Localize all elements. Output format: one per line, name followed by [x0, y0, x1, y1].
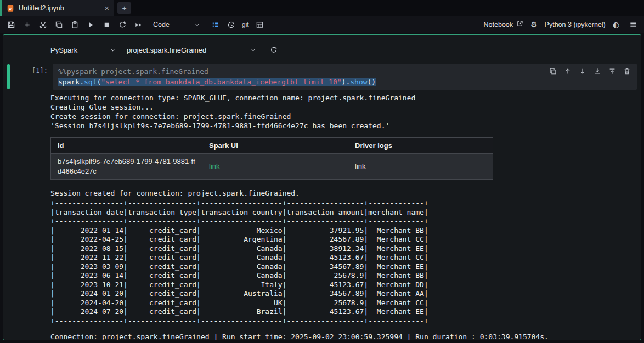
restart-run-all-icon[interactable] — [132, 18, 145, 31]
output-line: Executing for connection type: SPARK_GLU… — [50, 93, 632, 102]
session-info-table: Id Spark UI Driver logs b7s4ljslkplf9s-7… — [50, 137, 493, 180]
chevron-down-icon — [250, 47, 256, 53]
cell-type-dropdown[interactable]: Code — [153, 21, 200, 28]
cut-cell-icon[interactable] — [36, 18, 49, 31]
copy-cell-icon[interactable] — [52, 18, 65, 31]
cell-output: Executing for connection type: SPARK_GLU… — [50, 93, 632, 340]
run-cell-icon[interactable] — [84, 18, 97, 31]
session-created-line: Session created for connection: project.… — [50, 188, 632, 198]
cell-type-value: Code — [153, 21, 170, 28]
add-cell-icon[interactable] — [20, 18, 33, 31]
move-cell-down-icon[interactable] — [578, 66, 587, 76]
interrupt-kernel-icon[interactable] — [100, 18, 113, 31]
git-icon[interactable]: git — [240, 21, 251, 28]
execution-count: [1]: — [32, 64, 53, 90]
insert-cell-below-icon[interactable] — [592, 66, 602, 76]
duplicate-cell-icon[interactable] — [548, 66, 557, 76]
code-cell[interactable]: [1]: %%pyspark project.spark.fineGrained… — [3, 64, 641, 90]
move-cell-up-icon[interactable] — [563, 66, 572, 76]
column-header-id: Id — [51, 138, 202, 154]
session-table-row: b7s4ljslkplf9s-7e7eb689-1799-4781-9881-f… — [51, 154, 493, 180]
session-table-header-row: Id Spark UI Driver logs — [51, 138, 493, 154]
selection-highlight: spark.sql("select * from bankdata_db.ban… — [58, 78, 376, 86]
output-line: Creating Glue session... — [50, 102, 632, 112]
code-editor[interactable]: %%pyspark project.spark.fineGrained spar… — [53, 64, 637, 90]
jupyterlab-window: Untitled2.ipynb × + — [0, 0, 644, 343]
code-line-magic: %%pyspark project.spark.fineGrained — [58, 66, 631, 77]
new-tab-button[interactable]: + — [117, 2, 131, 14]
run-summary-line: Connection: project.spark.fineGrained | … — [50, 332, 632, 340]
tab-label: Untitled2.ipynb — [19, 4, 64, 12]
save-icon[interactable] — [4, 18, 18, 31]
chevron-down-icon — [194, 22, 200, 28]
output-line: Create session for connection: project.s… — [50, 112, 632, 121]
paste-cell-icon[interactable] — [68, 18, 81, 31]
external-link-icon — [516, 20, 523, 29]
spark-ui-link[interactable]: link — [209, 162, 220, 170]
open-notebook-button[interactable]: Notebook — [484, 20, 524, 29]
tab-untitled2-ipynb[interactable]: Untitled2.ipynb × — [0, 0, 114, 16]
history-icon[interactable] — [224, 18, 238, 31]
data-table-icon[interactable] — [253, 18, 267, 31]
menu-icon[interactable] — [626, 18, 640, 31]
gear-icon[interactable]: ⚙ — [530, 21, 538, 28]
notebook-toolbar: Code git Notebook ⚙ Python 3 (ipykernel)… — [0, 16, 644, 33]
notebook-file-icon — [7, 4, 14, 12]
connection-bar: PySpark project.spark.fineGrained — [50, 43, 641, 56]
dock-tab-bar: Untitled2.ipynb × + — [0, 0, 644, 16]
connection-dropdown[interactable]: project.spark.fineGrained — [127, 46, 256, 54]
driver-logs-link[interactable]: link — [355, 162, 366, 170]
table-of-contents-icon[interactable] — [208, 18, 222, 31]
session-id-value: b7s4ljslkplf9s-7e7eb689-1799-4781-9881-f… — [51, 154, 202, 180]
selected-cell-indicator — [7, 64, 10, 89]
restart-kernel-icon[interactable] — [116, 18, 129, 31]
kernel-status-icon: ◐ — [613, 21, 619, 28]
code-line-sql: spark.sql("select * from bankdata_db.ban… — [58, 77, 631, 87]
kernel-select[interactable]: Python 3 (ipykernel) — [545, 21, 606, 28]
column-header-driver-logs: Driver logs — [348, 138, 493, 154]
column-header-spark-ui: Spark UI — [202, 138, 348, 154]
language-dropdown[interactable]: PySpark — [50, 46, 116, 54]
insert-cell-above-icon[interactable] — [607, 66, 617, 76]
chevron-down-icon — [110, 47, 116, 53]
open-notebook-label: Notebook — [484, 21, 513, 28]
toolbar-right-group: Notebook ⚙ Python 3 (ipykernel) ◐ — [484, 18, 640, 31]
delete-cell-icon[interactable] — [622, 66, 631, 76]
result-ascii-table: +----------------+----------------+-----… — [50, 199, 632, 325]
refresh-connections-icon[interactable] — [267, 43, 280, 56]
notebook-content-panel: PySpark project.spark.fineGrained [1]: %… — [3, 34, 641, 340]
connection-value: project.spark.fineGrained — [127, 46, 206, 54]
cell-toolbar — [548, 66, 631, 76]
close-tab-icon[interactable]: × — [104, 4, 109, 12]
language-value: PySpark — [50, 46, 77, 54]
output-line: 'Session b7s4ljslkplf9s-7e7eb689-1799-47… — [50, 121, 632, 130]
